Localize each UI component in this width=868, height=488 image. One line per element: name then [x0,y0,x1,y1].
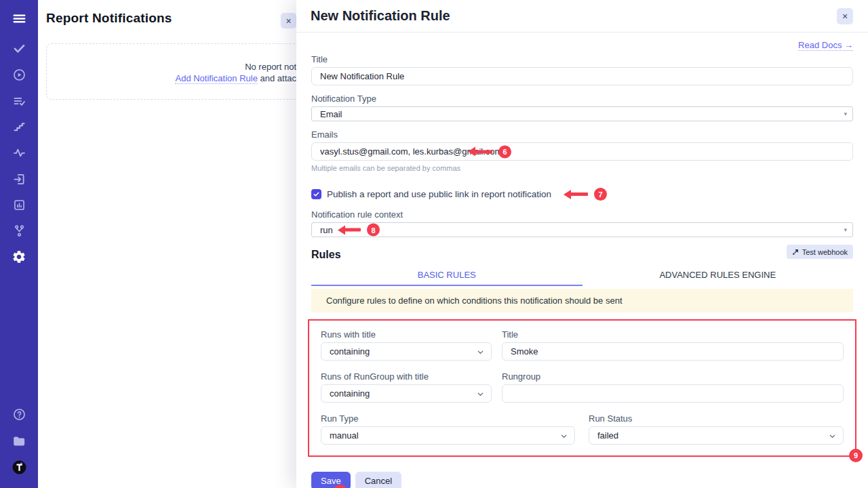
basic-rules-box: Runs with title containing Title Runs of… [308,319,856,457]
sidebar [0,0,38,488]
emails-input[interactable] [311,142,853,161]
panel-title: Report Notifications [46,11,172,26]
runs-with-title-value: containing [330,346,370,357]
menu-icon[interactable] [0,11,38,26]
arrow-left-icon [333,225,345,235]
notification-type-value: Email [320,109,342,119]
run-status-label: Run Status [589,413,844,424]
annotation-arrow-7: 7 [559,188,607,201]
context-label: Notification rule context [311,209,853,220]
list-check-icon[interactable] [0,94,38,108]
t-logo[interactable] [0,460,38,475]
modal-body: Read Docs → Title Notification Type Emai… [296,33,868,488]
annotation-arrow-8: 8 [333,224,380,237]
notification-type-label: Notification Type [311,94,853,104]
annotation-badge-9: 9 [849,449,863,462]
read-docs-row: Read Docs → [311,33,853,50]
git-fork-icon[interactable] [0,224,38,238]
tab-basic-rules[interactable]: BASIC RULES [311,266,583,286]
report-notifications-panel: Report Notifications × No report not Add… [38,0,296,488]
dropdown-caret-icon: ▾ [844,110,847,117]
rungroup-input[interactable] [502,384,844,403]
rule-row-2: Runs of RunGroup with title containing R… [321,371,844,403]
runs-of-rungroup-group: Runs of RunGroup with title containing [321,371,492,403]
run-type-group: Run Type manual [321,413,575,445]
webhook-icon [792,248,800,256]
modal-close-button[interactable]: × [837,8,853,24]
runs-with-title-select[interactable]: containing [321,342,492,361]
publish-checkbox-label: Publish a report and use public link in … [327,189,551,199]
test-webhook-label: Test webhook [802,248,848,256]
run-type-label: Run Type [321,413,575,424]
rules-heading: Rules [311,249,341,261]
context-value: run [320,225,333,235]
modal-title: New Notification Rule [311,8,450,24]
sign-in-icon[interactable] [0,172,38,186]
folder-icon[interactable] [0,434,38,449]
chevron-down-icon [476,390,485,401]
emails-group: Emails 6 Multiple emails can be separate… [311,129,853,172]
empty-line-2-rest: and attac [258,73,296,83]
arrow-left-icon [559,190,571,199]
dropdown-caret-icon: ▾ [844,226,847,233]
run-type-value: manual [330,430,359,441]
context-select[interactable]: run ▾ 8 [311,222,853,237]
rule-row-3: Run Type manual Run Status failed [321,413,844,445]
publish-checkbox-row: Publish a report and use public link in … [311,188,853,201]
empty-line-1: No report not [46,61,296,73]
run-type-select[interactable]: manual [321,426,575,445]
title-input[interactable] [311,67,853,85]
rule-title-label: Title [502,329,844,340]
publish-checkbox[interactable] [311,189,321,199]
rule-title-input[interactable] [502,342,844,361]
check-icon[interactable] [0,41,38,56]
runs-of-rungroup-label: Runs of RunGroup with title [321,371,492,382]
annotation-badge-7: 7 [594,188,607,201]
steps-icon[interactable] [0,120,38,134]
empty-notifications-text: No report not Add Notification Rule and … [46,61,296,84]
run-status-select[interactable]: failed [589,426,844,445]
title-label: Title [311,54,853,64]
rule-row-1: Runs with title containing Title [321,329,844,361]
panel-close-button[interactable]: × [281,13,296,28]
check-icon [313,190,320,198]
rules-header-row: Rules Test webhook [311,245,853,261]
close-icon: × [285,16,291,26]
rules-info-banner: Configure rules to define on which condi… [311,289,853,312]
activity-icon[interactable] [0,146,38,160]
settings-gear-icon[interactable] [0,249,38,264]
chevron-down-icon [828,432,837,443]
runs-of-rungroup-value: containing [330,388,370,399]
help-icon[interactable] [0,407,38,422]
run-status-value: failed [597,430,618,441]
rule-title-group: Title [502,329,844,361]
runs-of-rungroup-select[interactable]: containing [321,384,492,403]
emails-hint: Multiple emails can be separated by comm… [311,164,853,172]
rungroup-group: Rungroup [502,371,844,403]
new-notification-rule-modal: New Notification Rule × Read Docs → Titl… [296,0,868,488]
chevron-down-icon [559,432,568,443]
runs-with-title-label: Runs with title [321,329,492,340]
run-status-group: Run Status failed [589,413,844,445]
play-circle-icon[interactable] [0,68,38,82]
add-notification-rule-link[interactable]: Add Notification Rule [175,73,257,84]
context-group: Notification rule context run ▾ 8 [311,209,853,237]
chevron-down-icon [476,348,485,359]
cancel-button[interactable]: Cancel [355,472,401,488]
annotation-badge-8: 8 [367,224,380,237]
empty-line-2: Add Notification Rule and attac [46,73,296,84]
notification-type-group: Notification Type Email ▾ [311,94,853,121]
rungroup-label: Rungroup [502,371,844,382]
modal-header: New Notification Rule × [296,0,868,33]
actions-row: Save 10 Cancel [311,472,853,488]
tab-advanced-rules-engine[interactable]: ADVANCED RULES ENGINE [583,266,854,286]
bar-chart-icon[interactable] [0,198,38,212]
title-group: Title [311,54,853,85]
runs-with-title-group: Runs with title containing [321,329,492,361]
emails-label: Emails [311,129,853,140]
rules-tabs: BASIC RULES ADVANCED RULES ENGINE [311,266,853,286]
close-icon: × [842,11,848,22]
read-docs-link[interactable]: Read Docs → [798,40,853,51]
notification-type-select[interactable]: Email ▾ [311,106,853,121]
test-webhook-button[interactable]: Test webhook [787,245,853,259]
